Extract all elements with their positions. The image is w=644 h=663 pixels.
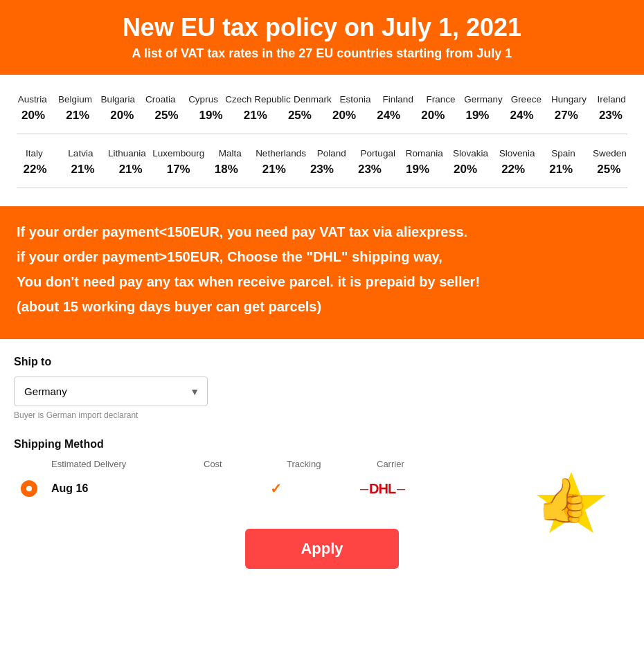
rate-cell: 24% [368, 109, 409, 122]
rate-cell: 20% [323, 109, 365, 122]
rate-cell: 24% [501, 109, 543, 122]
info-line-1: If your order payment<150EUR, you need p… [17, 221, 627, 242]
info-banner: If your order payment<150EUR, you need p… [0, 206, 644, 339]
country-cell: Romania [404, 148, 445, 158]
ship-section: Ship to AustriaBelgiumBulgariaCroatiaCyp… [0, 339, 644, 427]
rate-cell: 17% [158, 163, 199, 176]
header-title: New EU tax policy on July 1, 2021 [14, 12, 630, 42]
rate-cell: 21% [62, 163, 104, 176]
country-cell: Bulgaria [97, 94, 138, 105]
header-banner: New EU tax policy on July 1, 2021 A list… [0, 0, 644, 75]
rate-cell: 21% [57, 109, 98, 122]
rates-row-1: 20%21%20%25%19%21%25%20%24%20%19%24%27%2… [8, 107, 636, 128]
row-tracking-check: ✓ [270, 480, 360, 497]
country-cell: Denmark [292, 94, 333, 105]
info-line-3: You don't need pay any tax when receive … [17, 271, 627, 292]
rate-cell: 22% [15, 163, 56, 176]
rate-cell: 19% [397, 163, 438, 176]
ship-to-select[interactable]: AustriaBelgiumBulgariaCroatiaCyprusCzech… [14, 376, 208, 406]
country-cell: Slovakia [450, 148, 492, 158]
country-cell: Italy [13, 148, 55, 158]
vat-section: AustriaBelgiumBulgariaCroatiaCyprusCzech… [0, 75, 644, 199]
country-cell: Spain [542, 148, 584, 158]
apply-button[interactable]: Apply [245, 529, 398, 569]
rate-cell: 25% [588, 163, 629, 176]
rate-cell: 25% [145, 109, 187, 122]
vat-divider-1 [17, 134, 627, 134]
col-tracking-label: Tracking [287, 459, 377, 469]
country-cell: Czech Republic [225, 94, 291, 105]
rate-cell: 20% [412, 109, 454, 122]
dhl-logo: DHL [360, 481, 404, 496]
countries-row-2: ItalyLatviaLithuaniaLuxembourgMaltaNethe… [8, 140, 636, 161]
shipping-method-section: Shipping Method Estimated Delivery Cost … [0, 427, 644, 508]
rate-cell: 20% [445, 163, 486, 176]
rate-cell: 27% [546, 109, 587, 122]
country-cell: Belgium [55, 94, 96, 105]
rate-cell: 20% [12, 109, 54, 122]
ship-note: Buyer is German import declarant [14, 410, 630, 420]
rate-cell: 23% [301, 163, 343, 176]
country-cell: Hungary [548, 94, 589, 105]
country-cell: Portugal [357, 148, 399, 158]
country-cell: Estonia [334, 94, 376, 105]
country-cell: Ireland [591, 94, 632, 105]
shipping-radio[interactable] [21, 480, 37, 497]
country-cell: Cyprus [183, 94, 224, 105]
country-cell: Greece [506, 94, 547, 105]
country-cell: Slovenia [497, 148, 538, 158]
rate-cell: 22% [492, 163, 534, 176]
col-delivery-label: Estimated Delivery [51, 459, 204, 469]
country-cell: Croatia [140, 94, 181, 105]
country-cell: France [420, 94, 461, 105]
country-cell: Sweden [589, 148, 630, 158]
rate-cell: 21% [110, 163, 152, 176]
thumbs-graphic: 👍 [526, 469, 609, 547]
row-delivery-date: Aug 16 [51, 482, 187, 495]
header-subtitle: A list of VAT tax rates in the 27 EU cou… [14, 46, 630, 61]
shipping-method-title: Shipping Method [14, 438, 630, 451]
rate-cell: 25% [279, 109, 321, 122]
col-cost-label: Cost [204, 459, 287, 469]
thumbs-up-icon: 👍 [536, 475, 589, 525]
rate-cell: 21% [235, 109, 276, 122]
ship-select-wrapper: AustriaBelgiumBulgariaCroatiaCyprusCzech… [14, 376, 208, 406]
rates-row-2: 22%21%21%17%18%21%23%23%19%20%22%21%25% [8, 161, 636, 182]
country-cell: Latvia [60, 148, 101, 158]
info-line-2: if your order payment>150EUR, Choose the… [17, 246, 627, 267]
vat-divider-2 [17, 188, 627, 188]
info-line-4: (about 15 working days buyer can get par… [17, 296, 627, 317]
ship-to-label: Ship to [14, 356, 630, 368]
shipping-columns-header: Estimated Delivery Cost Tracking Carrier [14, 459, 630, 469]
rate-cell: 19% [190, 109, 232, 122]
col-carrier-label: Carrier [377, 459, 623, 469]
rate-cell: 20% [101, 109, 143, 122]
rate-cell: 21% [253, 163, 295, 176]
country-cell: Malta [209, 148, 251, 158]
rate-cell: 19% [456, 109, 498, 122]
country-cell: Lithuania [106, 148, 147, 158]
vat-row-2: ItalyLatviaLithuaniaLuxembourgMaltaNethe… [8, 140, 636, 182]
countries-row-1: AustriaBelgiumBulgariaCroatiaCyprusCzech… [8, 86, 636, 107]
vat-row-1: AustriaBelgiumBulgariaCroatiaCyprusCzech… [8, 86, 636, 128]
rate-cell: 21% [540, 163, 582, 176]
country-cell: Germany [463, 94, 504, 105]
country-cell: Netherlands [256, 148, 306, 158]
country-cell: Finland [377, 94, 419, 105]
country-cell: Austria [12, 94, 53, 105]
country-cell: Luxembourg [152, 148, 204, 158]
rate-cell: 23% [590, 109, 632, 122]
rate-cell: 23% [349, 163, 391, 176]
rate-cell: 18% [206, 163, 247, 176]
radio-inner [26, 486, 32, 491]
country-cell: Poland [311, 148, 352, 158]
